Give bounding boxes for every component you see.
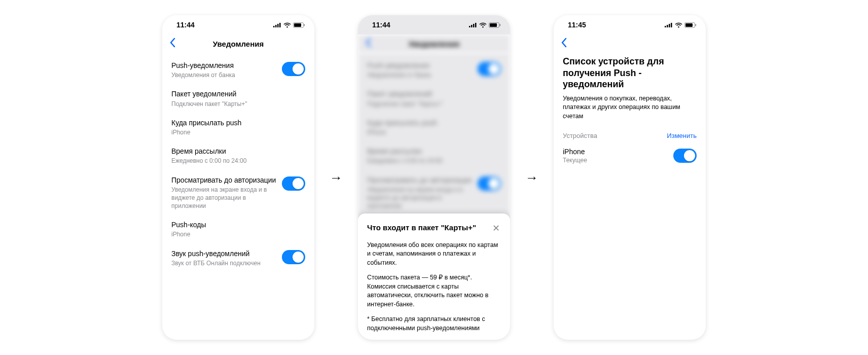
row-title: Время рассылки <box>171 147 300 156</box>
page-title: Список устройств для получения Push - ув… <box>554 53 706 94</box>
status-indicators <box>665 22 697 28</box>
svg-rect-1 <box>275 25 277 27</box>
settings-list: Push-уведомленияУведомления от банка Пак… <box>162 53 314 340</box>
toggle-sound[interactable] <box>282 250 305 264</box>
wifi-icon <box>479 22 487 28</box>
row-title: Пакет уведомлений <box>171 89 300 98</box>
status-time: 11:44 <box>372 21 390 29</box>
svg-rect-16 <box>669 24 670 27</box>
row-package[interactable]: Пакет уведомленийПодключен пакет "Карты+… <box>171 84 305 113</box>
row-sub: Ежедневно с 0:00 по 24:00 <box>171 157 300 165</box>
toggle-preauth[interactable] <box>282 176 305 191</box>
row-title: Push-уведомления <box>171 61 277 70</box>
svg-rect-14 <box>665 26 666 27</box>
svg-rect-8 <box>471 25 473 27</box>
svg-rect-7 <box>469 26 471 27</box>
flow-arrow-icon: → <box>330 170 343 186</box>
row-push-notifications[interactable]: Push-уведомленияУведомления от банка <box>171 56 305 84</box>
sheet-paragraph: Уведомления обо всех операциях по картам… <box>367 241 501 268</box>
close-button[interactable]: ✕ <box>491 223 501 234</box>
screen-notifications: 11:44 Уведомления Push-уведомленияУведом… <box>162 15 314 340</box>
svg-rect-0 <box>273 26 275 27</box>
back-button[interactable] <box>561 38 567 50</box>
battery-icon <box>293 22 305 28</box>
wifi-icon <box>283 22 291 28</box>
device-status: Текущее <box>563 157 587 164</box>
edit-devices-button[interactable]: Изменить <box>667 132 697 139</box>
nav-title: Уведомления <box>213 40 264 48</box>
back-button <box>365 38 371 50</box>
svg-rect-15 <box>667 25 668 27</box>
row-preauth-view[interactable]: Просматривать до авторизацииУведомления … <box>171 170 305 216</box>
wifi-icon <box>675 22 682 28</box>
back-button[interactable] <box>169 38 175 50</box>
nav-bar: Уведомления <box>358 34 510 53</box>
nav-bar: Уведомления <box>162 34 314 53</box>
svg-rect-17 <box>671 23 672 27</box>
devices-section-header: Устройства Изменить <box>554 129 706 143</box>
toggle-push[interactable] <box>282 62 305 76</box>
svg-rect-13 <box>500 24 501 26</box>
screen-devices: 11:45 Список устройств для получения Pus… <box>554 15 706 340</box>
svg-rect-20 <box>696 24 697 26</box>
row-title: Куда присылать push <box>171 118 300 127</box>
svg-rect-10 <box>475 23 477 27</box>
row-sub: iPhone <box>171 230 300 238</box>
cellular-icon <box>665 22 673 27</box>
sheet-paragraph: Стоимость пакета — 59 ₽ в месяц*. Комисс… <box>367 273 501 309</box>
page-subtitle: Уведомления о покупках, переводах, плате… <box>554 94 706 129</box>
svg-rect-9 <box>473 24 475 27</box>
sheet-title: Что входит в пакет "Карты+" <box>367 223 481 233</box>
svg-rect-2 <box>277 24 279 27</box>
row-sub: Уведомления на экране входа и в виджете … <box>171 186 277 210</box>
row-title: Звук push-уведомлений <box>171 249 277 258</box>
row-schedule[interactable]: Время рассылкиЕжедневно с 0:00 по 24:00 <box>171 141 305 170</box>
svg-rect-6 <box>304 24 305 26</box>
svg-rect-12 <box>490 23 497 27</box>
sheet-body: Уведомления обо всех операциях по картам… <box>367 241 501 333</box>
row-sub: iPhone <box>171 128 300 136</box>
row-title: Просматривать до авторизации <box>171 175 277 185</box>
row-title: Push-коды <box>171 220 300 229</box>
cellular-icon <box>273 22 281 27</box>
row-push-codes[interactable]: Push-кодыiPhone <box>171 215 305 243</box>
screen-package-sheet: 11:44 Уведомления Push-уведомленияУведом… <box>358 15 510 340</box>
status-bar: 11:45 <box>554 15 706 34</box>
section-label: Устройства <box>563 132 597 139</box>
toggle-device[interactable] <box>673 149 697 163</box>
status-bar: 11:44 <box>162 15 314 34</box>
svg-rect-5 <box>294 23 301 27</box>
row-push-sound[interactable]: Звук push-уведомленийЗвук от ВТБ Онлайн … <box>171 244 305 272</box>
flow-arrow-icon: → <box>525 170 538 186</box>
status-indicators <box>273 22 305 28</box>
status-bar: 11:44 <box>358 15 510 34</box>
sheet-footnote: * Бесплатно для зарплатных клиентов с по… <box>367 315 501 333</box>
row-sub: Уведомления от банка <box>171 71 277 79</box>
row-sub: Подключен пакет "Карты+" <box>171 100 300 108</box>
status-time: 11:44 <box>176 21 195 29</box>
battery-icon <box>684 22 697 28</box>
row-push-destination[interactable]: Куда присылать pushiPhone <box>171 113 305 141</box>
status-time: 11:45 <box>568 21 586 29</box>
svg-rect-3 <box>279 23 281 27</box>
nav-bar <box>554 34 706 53</box>
svg-rect-19 <box>685 23 693 27</box>
status-indicators <box>469 22 501 28</box>
row-sub: Звук от ВТБ Онлайн подключен <box>171 259 277 267</box>
bottom-sheet: Что входит в пакет "Карты+" ✕ Уведомлени… <box>358 214 510 340</box>
nav-title: Уведомления <box>409 40 459 48</box>
cellular-icon <box>469 22 477 27</box>
device-row[interactable]: iPhone Текущее <box>554 143 706 169</box>
device-name: iPhone <box>563 148 587 156</box>
battery-icon <box>489 22 501 28</box>
